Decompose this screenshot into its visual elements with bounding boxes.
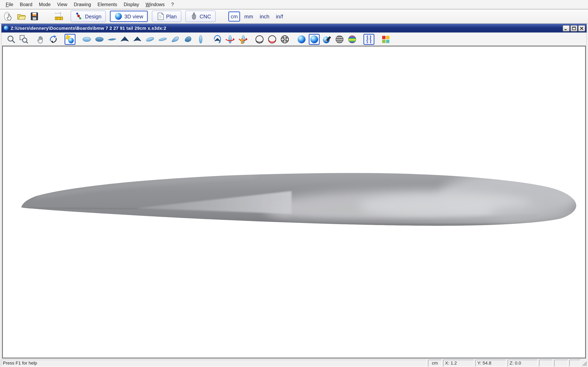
menu-board[interactable]: Board — [17, 1, 35, 8]
measure-icon[interactable] — [53, 11, 65, 22]
render-shaded-icon[interactable] — [296, 34, 307, 45]
plan-button[interactable]: Plan — [152, 11, 181, 22]
move-light-icon[interactable] — [65, 34, 76, 45]
pan-hand-icon[interactable] — [35, 34, 46, 45]
zoom-icon[interactable] — [6, 34, 17, 45]
wireframe-sections-icon[interactable] — [267, 34, 278, 45]
view-deck-icon[interactable] — [81, 34, 92, 45]
status-help: Press F1 for help — [1, 359, 427, 366]
render-smooth-icon[interactable] — [309, 34, 320, 45]
status-z-coordinate: Z: 0.0 — [508, 359, 538, 366]
wireframe-mesh-icon[interactable] — [279, 34, 290, 45]
render-zebra-icon[interactable] — [334, 34, 345, 45]
menu-windows[interactable]: Windows — [142, 1, 168, 8]
render-curvature-icon[interactable] — [347, 34, 358, 45]
design-label: Design — [85, 13, 102, 19]
view-side-icon[interactable] — [107, 34, 118, 45]
mode-buttons-group: Design3D viewPlanCNC — [69, 11, 218, 22]
status-empty-3 — [569, 359, 581, 366]
view-quarter-2-icon[interactable] — [182, 34, 194, 45]
minimize-button[interactable] — [563, 25, 570, 31]
plan-label: Plan — [166, 13, 177, 19]
view-perspective-1-icon[interactable] — [145, 34, 156, 45]
3d-view-button[interactable]: 3D view — [110, 11, 148, 22]
document-title: Z:\Users\dennery\Documents\Boards\bmw 7 … — [11, 26, 562, 31]
unit-mm[interactable]: mm — [242, 11, 256, 21]
3d-view-label: 3D view — [124, 13, 143, 19]
cnc-button[interactable]: CNC — [185, 11, 216, 22]
view-toolbar — [1, 33, 587, 46]
status-bar: Press F1 for help cm X: 1.2 Y: 54.8 Z: 0… — [0, 359, 588, 367]
menu-help[interactable]: ? — [168, 1, 177, 8]
status-unit: cm — [428, 359, 442, 366]
view-tail-icon[interactable] — [132, 34, 143, 45]
status-empty-2 — [554, 359, 568, 366]
viewport-3d[interactable] — [2, 46, 586, 359]
spin-board-flip-icon[interactable] — [237, 34, 248, 45]
resize-grip[interactable] — [582, 361, 587, 366]
unit-cm[interactable]: cm — [228, 11, 240, 21]
menu-bar: FileBoardModeViewDrawingElementsDisplayW… — [0, 0, 588, 9]
color-tiles-icon[interactable] — [380, 34, 391, 45]
menu-file[interactable]: File — [2, 1, 17, 8]
new-board-icon[interactable] — [2, 11, 14, 22]
unit-inch[interactable]: inch — [257, 11, 272, 21]
menu-display[interactable]: Display — [121, 1, 142, 8]
shape3d-application: FileBoardModeViewDrawingElementsDisplayW… — [0, 0, 588, 367]
wireframe-icon[interactable] — [254, 34, 265, 45]
spin-board-icon[interactable] — [225, 34, 236, 45]
menu-drawing[interactable]: Drawing — [70, 1, 94, 8]
design-button[interactable]: Design — [71, 11, 106, 22]
menu-elements[interactable]: Elements — [94, 1, 121, 8]
main-toolbar: Design3D viewPlanCNC cmmminchin/f — [0, 9, 588, 24]
view-bottom-icon[interactable] — [94, 34, 105, 45]
close-button[interactable] — [578, 25, 585, 31]
view-perspective-2-icon[interactable] — [157, 34, 168, 45]
open-icon[interactable] — [16, 11, 27, 22]
document-titlebar: Z:\Users\dennery\Documents\Boards\bmw 7 … — [1, 24, 587, 33]
maximize-button[interactable] — [571, 25, 577, 31]
menu-view[interactable]: View — [54, 1, 70, 8]
cnc-label: CNC — [200, 13, 211, 19]
view-nose-icon[interactable] — [119, 34, 130, 45]
view-front-outline-icon[interactable] — [195, 34, 206, 45]
file-tools-group — [2, 11, 65, 22]
view-quarter-1-icon[interactable] — [170, 34, 181, 45]
rotate-3d-icon[interactable] — [48, 34, 59, 45]
flow-lines-icon[interactable] — [363, 34, 374, 45]
menu-mode[interactable]: Mode — [35, 1, 54, 8]
render-paint-icon[interactable] — [321, 34, 332, 45]
window-controls — [562, 25, 585, 31]
unit-in-f[interactable]: in/f — [274, 11, 286, 21]
rotate-view-icon[interactable] — [212, 34, 223, 45]
status-x-coordinate: X: 1.2 — [443, 359, 474, 366]
zoom-window-icon[interactable] — [18, 34, 29, 45]
unit-toggle-group: cmmminchin/f — [228, 11, 285, 21]
board-3d-render — [3, 47, 585, 358]
status-empty-1 — [539, 359, 553, 366]
status-y-coordinate: Y: 54.8 — [475, 359, 506, 366]
save-icon[interactable] — [29, 11, 40, 22]
canvas-frame — [1, 45, 587, 359]
document-sphere-icon — [3, 25, 9, 31]
